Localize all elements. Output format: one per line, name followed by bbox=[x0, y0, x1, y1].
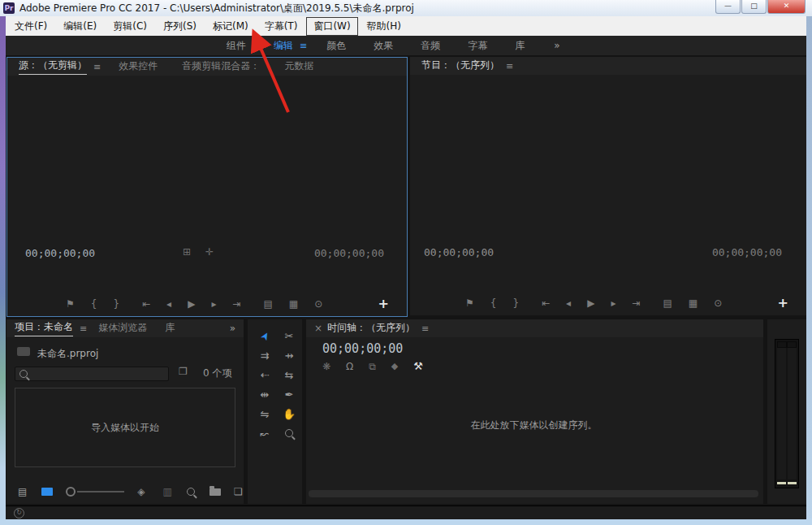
workspace-tab-effects[interactable]: 效果 bbox=[374, 39, 393, 53]
mark-out-button[interactable]: } bbox=[512, 297, 519, 309]
mark-out-button[interactable]: } bbox=[113, 298, 119, 310]
linked-selection-icon[interactable]: ⧉ bbox=[369, 361, 376, 372]
meter-channel-right bbox=[788, 348, 797, 479]
mark-in-button[interactable]: { bbox=[490, 297, 497, 309]
go-to-in-button[interactable]: ⇤ bbox=[542, 297, 550, 309]
free-bezier-tool-icon[interactable]: ↜ bbox=[261, 427, 270, 440]
project-overflow-icon[interactable]: » bbox=[230, 323, 235, 334]
tool-grid: ➤ ✂ ⇉ ⇸ ⇠ ⇆ ⇹ ✒ ⇋ ✋ ↜ bbox=[253, 326, 301, 443]
zoom-slider-knob[interactable] bbox=[66, 487, 76, 497]
minimize-button[interactable]: — bbox=[715, 0, 741, 14]
hand-tool-icon[interactable]: ✋ bbox=[283, 408, 296, 420]
menu-titles[interactable]: 字幕(T) bbox=[257, 17, 305, 36]
tab-audio-clip-mixer[interactable]: 音频剪辑混合器： bbox=[182, 59, 260, 75]
sync-status-icon[interactable]: ↻ bbox=[14, 508, 24, 518]
workspace-tab-assembly[interactable]: 组件 bbox=[227, 39, 246, 53]
search-in-bin-icon[interactable]: ❐ bbox=[179, 366, 188, 377]
step-forward-button[interactable]: ▸ bbox=[611, 297, 615, 309]
timeline-dropzone[interactable]: 在此处放下媒体以创建序列。 bbox=[306, 376, 762, 474]
insert-button[interactable]: ▤ bbox=[263, 298, 272, 310]
add-marker-icon[interactable]: ◆ bbox=[391, 361, 398, 371]
lift-button[interactable]: ▤ bbox=[663, 297, 672, 309]
window-title: Adobe Premiere Pro CC 2017 - C:\Users\Ad… bbox=[19, 2, 414, 15]
add-marker-button[interactable]: ⚑ bbox=[465, 297, 474, 309]
slide-tool-icon[interactable]: ⇋ bbox=[261, 408, 270, 420]
maximize-button[interactable]: □ bbox=[741, 0, 767, 14]
slip-tool-icon[interactable]: ⇹ bbox=[261, 388, 270, 401]
extract-button[interactable]: ▦ bbox=[689, 297, 698, 309]
source-panel-menu-icon[interactable]: ≡ bbox=[93, 62, 101, 72]
new-item-icon[interactable]: ❏ bbox=[234, 486, 243, 497]
list-view-icon[interactable]: ▤ bbox=[18, 486, 27, 497]
timeline-playhead-timecode[interactable]: 00;00;00;00 bbox=[322, 341, 403, 356]
ripple-edit-tool-icon[interactable]: ⇸ bbox=[285, 349, 294, 362]
rolling-edit-tool-icon[interactable]: ⇠ bbox=[261, 369, 270, 381]
pen-tool-icon[interactable]: ✒ bbox=[285, 388, 294, 401]
program-panel-menu-icon[interactable]: ≡ bbox=[506, 61, 513, 72]
step-back-button[interactable]: ◂ bbox=[166, 298, 171, 310]
menu-clip[interactable]: 剪辑(C) bbox=[106, 17, 154, 36]
workspace-tab-color[interactable]: 颜色 bbox=[326, 39, 346, 53]
find-icon[interactable] bbox=[187, 488, 195, 496]
tab-timeline[interactable]: 时间轴：（无序列） bbox=[327, 321, 415, 336]
step-forward-button[interactable]: ▸ bbox=[211, 298, 216, 310]
track-select-forward-tool-icon[interactable]: ⇉ bbox=[261, 349, 270, 362]
go-to-out-button[interactable]: ⇥ bbox=[232, 298, 240, 310]
zoom-tool-icon[interactable] bbox=[285, 429, 293, 437]
menu-sequence[interactable]: 序列(S) bbox=[156, 17, 204, 36]
step-back-button[interactable]: ◂ bbox=[566, 297, 571, 309]
nest-toggle-icon[interactable]: ❋ bbox=[322, 361, 330, 372]
export-frame-button[interactable]: ⊙ bbox=[714, 297, 722, 309]
premiere-app-icon: Pr bbox=[3, 2, 15, 14]
tab-program[interactable]: 节目：（无序列） bbox=[421, 59, 499, 74]
tab-effect-controls[interactable]: 效果控件 bbox=[119, 59, 158, 75]
menu-window[interactable]: 窗口(W) bbox=[306, 17, 357, 36]
menu-edit[interactable]: 编辑(E) bbox=[56, 17, 104, 36]
export-frame-button[interactable]: ⊙ bbox=[314, 298, 322, 310]
workspace-tab-libraries[interactable]: 库 bbox=[515, 39, 525, 53]
tab-metadata[interactable]: 元数据 bbox=[284, 59, 313, 75]
mark-in-button[interactable]: { bbox=[91, 298, 97, 310]
timeline-close-icon[interactable]: × bbox=[314, 323, 322, 334]
timeline-panel-menu-icon[interactable]: ≡ bbox=[421, 323, 429, 334]
workspace-tab-titles[interactable]: 字幕 bbox=[468, 39, 487, 53]
project-search-input[interactable] bbox=[15, 367, 169, 381]
icon-view-icon[interactable] bbox=[41, 488, 53, 496]
go-to-out-button[interactable]: ⇥ bbox=[632, 297, 640, 309]
source-settings-icon[interactable]: ✛ bbox=[205, 246, 214, 258]
timeline-settings-wrench-icon[interactable]: ⚒ bbox=[413, 360, 423, 372]
tab-media-browser[interactable]: 媒体浏览器 bbox=[98, 321, 147, 336]
add-marker-button[interactable]: ⚑ bbox=[66, 298, 75, 310]
sort-icon[interactable]: ◈ bbox=[137, 486, 145, 497]
project-panel-menu-icon[interactable]: ≡ bbox=[80, 323, 87, 334]
snap-toggle-icon[interactable]: Ω bbox=[346, 361, 353, 372]
menu-markers[interactable]: 标记(M) bbox=[205, 17, 256, 36]
menu-file[interactable]: 文件(F) bbox=[7, 17, 54, 36]
menu-help[interactable]: 帮助(H) bbox=[360, 17, 408, 36]
workspace-tab-editing[interactable]: 编辑 bbox=[274, 39, 293, 53]
tab-source[interactable]: 源：（无剪辑） bbox=[19, 59, 87, 75]
overwrite-button[interactable]: ▦ bbox=[289, 298, 298, 310]
selection-tool-icon[interactable]: ➤ bbox=[257, 329, 272, 343]
go-to-in-button[interactable]: ⇤ bbox=[142, 298, 150, 310]
workspace-tab-audio[interactable]: 音频 bbox=[421, 39, 440, 53]
razor-tool-icon[interactable]: ✂ bbox=[285, 330, 294, 342]
tab-project[interactable]: 项目：未命名 bbox=[15, 320, 73, 336]
source-fit-icon[interactable]: ⊞ bbox=[183, 246, 191, 258]
new-bin-icon[interactable] bbox=[209, 488, 221, 496]
zoom-slider-track[interactable] bbox=[77, 491, 124, 492]
timeline-horizontal-scrollbar[interactable] bbox=[309, 490, 758, 497]
import-media-dropzone[interactable]: 导入媒体以开始 bbox=[15, 388, 235, 467]
rate-stretch-tool-icon[interactable]: ⇆ bbox=[285, 369, 294, 381]
workspace-menu-icon[interactable]: ≡ bbox=[300, 41, 307, 51]
play-button[interactable]: ▶ bbox=[587, 297, 594, 309]
automate-to-sequence-icon[interactable]: ▥ bbox=[163, 486, 172, 497]
close-button[interactable]: ✕ bbox=[767, 0, 806, 14]
button-editor-icon[interactable]: + bbox=[378, 296, 389, 311]
button-editor-icon[interactable]: + bbox=[778, 295, 788, 310]
program-panel-tabs: 节目：（无序列） ≡ bbox=[410, 57, 806, 75]
tab-libraries[interactable]: 库 bbox=[165, 321, 175, 336]
workspace-overflow-icon[interactable]: » bbox=[554, 40, 559, 51]
project-file-name[interactable]: 未命名.prproj bbox=[37, 347, 98, 361]
play-button[interactable]: ▶ bbox=[188, 298, 195, 310]
